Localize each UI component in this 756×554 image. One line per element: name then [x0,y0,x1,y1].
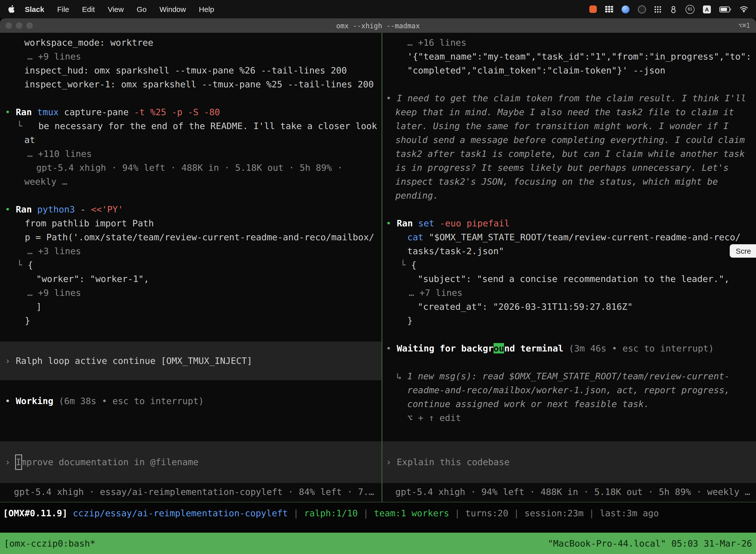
prompt-placeholder: Explain this codebase [397,457,509,467]
terminal-line: ↳ 1 new msg(s): read $OMX_TEAM_STATE_ROO… [382,369,756,383]
terminal-line: } [382,314,756,328]
zoom-button[interactable] [26,22,33,29]
battery-icon[interactable] [719,6,731,12]
menu-item-edit[interactable]: Edit [82,5,95,13]
terminal-line: └ be necessary for the end of the README… [0,119,381,133]
terminal-line: workspace_mode: worktree [0,36,381,50]
terminal-line: weekly … [0,175,381,189]
terminal-line: … +9 lines [0,50,381,63]
right-status-line: gpt-5.4 xhigh · 94% left · 488K in · 5.1… [382,483,756,502]
right-prompt-input[interactable]: › Explain this codebase [382,441,756,483]
input-source-label: A [705,6,709,12]
menu-items: FileEditViewGoWindowHelp [44,5,214,13]
terminal-blank-line [382,77,756,91]
left-prompt-input[interactable]: › Improve documentation in @filename [0,441,381,483]
terminal-line: continue assigned work or next feasible … [382,397,756,411]
right-pane-lines: … +16 lines'{"team_name":"my-team","task… [382,36,756,425]
terminal-line: gpt-5.4 xhigh · 94% left · 488K in · 5.1… [0,161,381,175]
terminal-line: • Waiting for background terminal (3m 46… [382,341,756,355]
terminal-line: └ { [0,258,381,272]
tmux-host-clock: "MacBook-Pro-44.local" 05:03 31-Mar-26 [548,538,752,549]
left-status-text: gpt-5.4 xhigh · essay/ai-reimplementatio… [14,487,374,497]
omx-status-line: [OMX#0.11.9] cczip/essay/ai-reimplementa… [0,502,756,522]
tmux-status-bar: [omx-cczip0:bash* "MacBook-Pro-44.local"… [0,533,756,554]
tmux-panes: workspace_mode: worktree… +9 linesinspec… [0,33,756,502]
terminal-line: • I need to get the claim token from the… [382,91,756,105]
terminal-line: from pathlib import Path [0,216,381,230]
terminal-blank-line [382,328,756,341]
terminal-line: inspect_worker-1: omx sparkshell --tmux-… [0,77,381,91]
blue-app-icon[interactable] [622,5,630,13]
terminal-line: cat "$OMX_TEAM_STATE_ROOT/team/review-cu… [382,230,756,244]
terminal-line: pending. [382,189,756,203]
menu-item-file[interactable]: File [57,5,69,13]
terminal-line: … +7 lines [382,286,756,300]
macos-menu-bar: Slack FileEditViewGoWindowHelp [0,0,756,18]
bottom-gap [0,522,756,533]
figure-eight-icon[interactable] [670,5,677,13]
terminal-inject-band: › Ralph loop active continue [OMX_TMUX_I… [0,341,381,380]
terminal-line: p = Path('.omx/state/team/review-current… [0,230,381,244]
desktop-screen: Slack FileEditViewGoWindowHelp [0,0,756,554]
screen-recording-icon[interactable] [589,5,597,13]
left-status-line: gpt-5.4 xhigh · essay/ai-reimplementatio… [0,483,381,502]
terminal-line: keep that in mind. Maybe I also need the… [382,105,756,119]
clipped-tooltip: Scre [730,244,756,258]
menu-item-go[interactable]: Go [137,5,146,13]
apple-menu-icon[interactable] [8,5,15,13]
prompt-placeholder: mprove documentation in @filename [21,457,198,467]
terminal-line: … +3 lines [0,244,381,258]
grid-icon[interactable] [605,6,613,12]
terminal-line: … +9 lines [0,286,381,300]
window-title: omx --xhigh --madmax [0,21,756,30]
terminal-line: "created_at": "2026-03-31T11:59:27.816Z" [382,300,756,314]
terminal-line: should send a message before completing … [382,133,756,147]
wifi-icon[interactable] [740,6,748,12]
terminal-line: • Ran python3 - <<'PY' [0,203,381,216]
left-terminal-pane[interactable]: workspace_mode: worktree… +9 linesinspec… [0,33,381,502]
right-terminal-pane[interactable]: … +16 lines'{"team_name":"my-team","task… [382,33,756,502]
terminal-line: '{"team_name":"my-team","task_id":"1","f… [382,50,756,63]
dots-grid-icon[interactable] [654,6,661,13]
terminal-line: "subject": "send a concise recommendatio… [382,272,756,286]
terminal-blank-line [0,189,381,203]
minimize-button[interactable] [16,22,22,29]
menu-item-help[interactable]: Help [199,5,214,13]
right-status-text: gpt-5.4 xhigh · 94% left · 488K in · 5.1… [395,487,750,497]
left-pane-lines: workspace_mode: worktree… +9 linesinspec… [0,36,381,408]
terminal-line: • Ran tmux capture-pane -t %25 -p -S -80 [0,105,381,119]
terminal-line: } [0,314,381,328]
terminal-line: readme-and-reco/mailbox/worker-1.json, a… [382,383,756,397]
close-button[interactable] [5,22,12,29]
active-app-name[interactable]: Slack [25,5,44,13]
terminal-line: ⌥ + ↑ edit [382,411,756,425]
text-cursor: I [16,455,21,469]
terminal-line: "completed","claim_token":"claim-token"}… [382,63,756,77]
dark-app-icon[interactable] [638,5,646,13]
menu-item-window[interactable]: Window [160,5,186,13]
badge-61-icon[interactable]: 61 [686,5,694,14]
terminal-line: tasks/task-2.json" [382,244,756,258]
tmux-session-label: [omx-cczip0:bash* [4,538,95,549]
terminal-line: later. Using the same for transition mig… [382,119,756,133]
terminal-line: is in progress? It seems likely but perh… [382,161,756,175]
prompt-chevron: › [5,457,16,467]
terminal-line: inspect_hud: omx sparkshell --tmux-pane … [0,63,381,77]
window-title-bar: omx --xhigh --madmax ⌥⌘1 [0,18,756,33]
terminal-line: ] [0,300,381,314]
terminal-blank-line [382,355,756,369]
window-shortcut-badge: ⌥⌘1 [738,22,756,29]
terminal-blank-line [382,203,756,216]
prompt-chevron: › [386,457,397,467]
terminal-line: • Ran set -euo pipefail [382,216,756,230]
terminal-line: … +16 lines [382,36,756,50]
terminal-line: at [0,133,381,147]
terminal-line: └ { [382,258,756,272]
input-source-icon[interactable]: A [703,5,711,13]
terminal-line: • Working (6m 38s • esc to interrupt) [0,394,381,408]
terminal-line: "worker": "worker-1", [0,272,381,286]
terminal-blank-line [0,380,381,394]
terminal-line: inspect task2's JSON, focusing on the st… [382,175,756,189]
terminal-blank-line [0,328,381,341]
menu-item-view[interactable]: View [108,5,124,13]
